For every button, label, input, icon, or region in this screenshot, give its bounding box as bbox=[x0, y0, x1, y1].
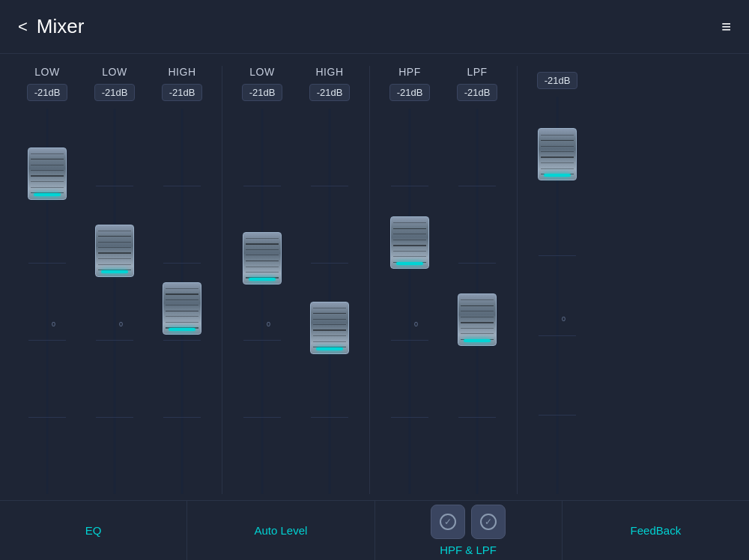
back-button[interactable]: < bbox=[18, 17, 28, 37]
tab-eq[interactable]: EQ bbox=[0, 501, 187, 560]
header: < Mixer ≡ bbox=[0, 0, 749, 54]
tab-eq-label: EQ bbox=[85, 524, 102, 537]
hpf-lpf-section: HPF -21dB 0 bbox=[370, 66, 518, 494]
channel-3-fader[interactable] bbox=[163, 282, 201, 335]
channel-1-fader-area: 0 bbox=[25, 109, 70, 494]
channel-5: HIGH -21dB 0 bbox=[296, 66, 363, 494]
header-left: < Mixer bbox=[18, 15, 84, 38]
channel-1-db: -21dB bbox=[27, 84, 67, 101]
channel-5-indicator bbox=[316, 347, 343, 350]
auto-level-section: LOW -21dB 0 bbox=[222, 66, 370, 494]
channel-2-fader-area: 0 bbox=[92, 109, 137, 494]
lpf-check-icon: ✓ bbox=[480, 514, 497, 530]
channel-6-label: HPF bbox=[398, 66, 421, 78]
fader-lines bbox=[391, 217, 428, 268]
channel-6-fader-area: 0 bbox=[387, 109, 432, 494]
tab-hpf-lpf[interactable]: ✓ ✓ HPF & LPF bbox=[375, 501, 562, 560]
channel-2-indicator bbox=[101, 270, 128, 273]
channel-5-label: HIGH bbox=[316, 66, 344, 78]
channel-1: LOW -21dB 0 bbox=[13, 66, 81, 494]
channel-3-db: -21dB bbox=[162, 84, 202, 101]
channel-2-fader-body bbox=[95, 225, 134, 277]
channel-6-fader[interactable] bbox=[390, 216, 429, 269]
channel-2-label: LOW bbox=[102, 66, 127, 78]
fader-lines bbox=[458, 294, 496, 345]
channel-8-fader-body bbox=[538, 128, 577, 180]
channel-1-label: LOW bbox=[34, 66, 59, 78]
fader-lines bbox=[28, 148, 66, 199]
hpf-lpf-buttons: ✓ ✓ bbox=[431, 505, 506, 539]
page-title: Mixer bbox=[37, 15, 85, 38]
channel-6-fader-body bbox=[390, 216, 429, 269]
fader-lines bbox=[243, 233, 281, 284]
channel-6-indicator bbox=[396, 262, 423, 265]
tab-auto-level[interactable]: Auto Level bbox=[187, 501, 374, 560]
feedback-section: -21dB 0 bbox=[518, 66, 597, 494]
channel-8-fader-area: 0 bbox=[535, 97, 580, 494]
channel-5-fader-body bbox=[310, 302, 349, 354]
main-content: LOW -21dB 0 bbox=[0, 54, 749, 560]
hpf-check-icon: ✓ bbox=[440, 514, 456, 530]
channel-1-indicator bbox=[34, 193, 61, 196]
channel-7-indicator bbox=[464, 339, 491, 342]
channel-7-fader-area: 0 bbox=[455, 109, 500, 494]
channel-2: LOW -21dB 0 bbox=[81, 66, 148, 494]
sliders-area: LOW -21dB 0 bbox=[0, 54, 749, 500]
hpf-check-button[interactable]: ✓ bbox=[431, 505, 465, 539]
tab-feedback[interactable]: FeedBack bbox=[562, 501, 749, 560]
lpf-check-button[interactable]: ✓ bbox=[471, 505, 506, 539]
channel-8: -21dB 0 bbox=[524, 66, 591, 494]
channel-5-db: -21dB bbox=[309, 84, 350, 101]
tab-feedback-label: FeedBack bbox=[631, 524, 682, 537]
channel-4-db: -21dB bbox=[242, 84, 282, 101]
channel-5-fader-area: 0 bbox=[307, 109, 352, 494]
channel-6: HPF -21dB 0 bbox=[376, 66, 443, 494]
fader-lines bbox=[539, 129, 576, 180]
channel-2-fader[interactable] bbox=[95, 225, 134, 277]
channel-1-fader[interactable] bbox=[28, 147, 67, 200]
channel-5-fader[interactable] bbox=[310, 302, 349, 354]
channel-3-fader-body bbox=[163, 282, 201, 335]
fader-lines bbox=[96, 225, 133, 276]
channel-4: LOW -21dB 0 bbox=[228, 66, 296, 494]
menu-button[interactable]: ≡ bbox=[721, 17, 731, 37]
channel-7-fader[interactable] bbox=[458, 293, 497, 346]
channel-7-label: LPF bbox=[467, 66, 487, 78]
tab-hpf-lpf-label: HPF & LPF bbox=[440, 544, 497, 556]
channel-8-fader[interactable] bbox=[538, 128, 577, 180]
channel-3-indicator bbox=[169, 328, 195, 331]
channel-7-db: -21dB bbox=[457, 84, 497, 101]
channel-7: LPF -21dB 0 bbox=[443, 66, 511, 494]
channel-4-fader-area: 0 bbox=[240, 109, 285, 494]
channel-4-fader-body bbox=[243, 232, 282, 284]
bottom-tabs: EQ Auto Level ✓ ✓ HPF & LPF FeedBack bbox=[0, 500, 749, 560]
channel-2-db: -21dB bbox=[94, 84, 135, 101]
channel-8-db: -21dB bbox=[537, 72, 577, 89]
eq-section: LOW -21dB 0 bbox=[7, 66, 222, 494]
channel-3: HIGH -21dB 0 bbox=[148, 66, 216, 494]
channel-6-db: -21dB bbox=[389, 84, 430, 101]
channel-4-fader[interactable] bbox=[243, 232, 282, 284]
channel-3-fader-area: 0 bbox=[160, 109, 204, 494]
channel-3-label: HIGH bbox=[169, 66, 196, 78]
channel-4-label: LOW bbox=[249, 66, 274, 78]
channel-8-indicator bbox=[544, 174, 571, 177]
fader-lines bbox=[163, 283, 201, 334]
tab-auto-level-label: Auto Level bbox=[254, 524, 307, 537]
fader-lines bbox=[311, 302, 348, 353]
channel-4-indicator bbox=[249, 278, 276, 281]
channel-7-fader-body bbox=[458, 293, 497, 346]
channel-1-fader-body bbox=[28, 147, 67, 200]
